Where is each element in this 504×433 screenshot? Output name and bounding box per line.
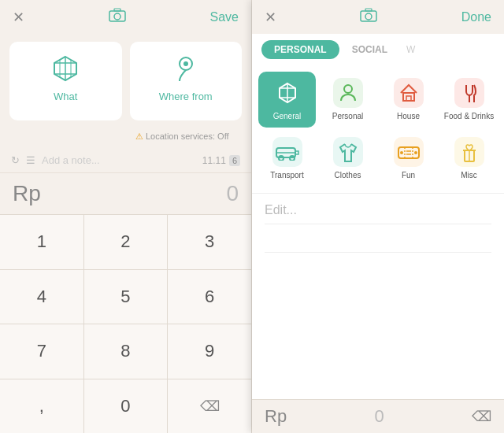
date-badge: 6 [229, 155, 240, 166]
numpad: 123456789,0⌫ [0, 214, 251, 433]
svg-rect-7 [365, 9, 372, 11]
edit-area-text: Edit... [265, 203, 491, 224]
what-icon [50, 53, 81, 84]
cat-icon-clothes [333, 137, 363, 167]
note-icon: ☰ [26, 154, 35, 166]
cat-icon-fun [394, 137, 424, 167]
tab-social[interactable]: SOCIAL [339, 40, 400, 59]
cat-item-misc[interactable]: Misc [440, 131, 498, 187]
svg-point-18 [400, 151, 403, 154]
num-key-4[interactable]: 4 [0, 270, 83, 324]
cat-item-fun[interactable]: Fun [380, 131, 437, 187]
amount-value: 0 [226, 181, 239, 206]
cat-label-personal: Personal [332, 112, 363, 121]
amount-row: Rp 0 [0, 173, 251, 214]
svg-point-8 [344, 85, 352, 93]
right-close-icon[interactable]: ✕ [265, 9, 276, 26]
right-bottom-bar: Rp 0 ⌫ [252, 399, 504, 433]
left-save-button[interactable]: Save [210, 10, 239, 24]
svg-point-19 [414, 151, 417, 154]
left-panel: ✕ Save What [0, 0, 252, 433]
cat-item-personal[interactable]: Personal [319, 72, 376, 128]
note-left: ↻ ☰ Add a note... [11, 154, 100, 166]
tab-row: PERSONAL SOCIAL W [252, 34, 504, 65]
tab-extra: W [400, 40, 421, 59]
left-camera-icon[interactable] [109, 8, 126, 26]
cat-icon-house [394, 78, 424, 108]
note-date-text: 11.11 [202, 155, 226, 166]
num-key-,[interactable]: , [0, 379, 83, 434]
num-key-8[interactable]: 8 [84, 324, 168, 379]
num-key-7[interactable]: 7 [0, 324, 83, 379]
note-row: ↻ ☰ Add a note... 11.11 6 [0, 148, 251, 173]
cat-item-general[interactable]: General [258, 72, 316, 128]
cat-icon-food [454, 78, 484, 108]
where-from-icon [170, 53, 202, 84]
note-date: 11.11 6 [202, 155, 240, 166]
what-card[interactable]: What [9, 42, 122, 120]
num-key-9[interactable]: 9 [168, 324, 251, 379]
num-key-3[interactable]: 3 [168, 215, 251, 269]
currency-label: Rp [13, 181, 41, 206]
cat-label-misc: Misc [461, 171, 477, 180]
cat-label-food: Food & Drinks [444, 112, 494, 121]
category-grid: General Personal House Food & Drinks Tra… [252, 65, 504, 193]
num-key-2[interactable]: 2 [84, 215, 168, 269]
cat-item-food[interactable]: Food & Drinks [440, 72, 498, 128]
backspace-key[interactable]: ⌫ [168, 379, 251, 434]
cat-item-clothes[interactable]: Clothes [319, 131, 376, 187]
cat-item-transport[interactable]: Transport [258, 131, 316, 187]
cat-icon-transport [272, 137, 302, 167]
refresh-icon: ↻ [11, 154, 20, 166]
right-backspace-icon[interactable]: ⌫ [472, 408, 491, 425]
num-key-1[interactable]: 1 [0, 215, 83, 269]
right-currency: Rp [265, 406, 287, 427]
num-key-0[interactable]: 0 [84, 379, 168, 434]
svg-point-4 [183, 61, 188, 66]
cat-label-transport: Transport [270, 171, 303, 180]
cat-item-house[interactable]: House [380, 72, 437, 128]
right-panel: ✕ Done PERSONAL SOCIAL W General Persona… [252, 0, 504, 433]
cat-icon-misc [454, 137, 484, 167]
right-amount: 0 [374, 406, 384, 427]
cat-label-fun: Fun [402, 171, 415, 180]
svg-rect-2 [114, 9, 120, 11]
done-button[interactable]: Done [461, 10, 491, 24]
num-key-6[interactable]: 6 [168, 270, 251, 324]
what-label: What [54, 91, 77, 102]
location-warning: ⚠Location services: Off [126, 128, 251, 148]
left-top-bar: ✕ Save [0, 0, 251, 34]
cat-label-house: House [397, 112, 420, 121]
edit-area[interactable]: Edit... [252, 193, 504, 399]
num-key-5[interactable]: 5 [84, 270, 168, 324]
right-top-bar: ✕ Done [252, 0, 504, 34]
cat-label-general: General [273, 112, 302, 121]
where-from-card[interactable]: Where from [130, 42, 243, 120]
right-camera-icon[interactable] [360, 8, 377, 26]
cat-icon-personal [333, 78, 363, 108]
where-from-label: Where from [159, 91, 213, 102]
cat-icon-general [272, 78, 302, 108]
warning-icon: ⚠ [135, 131, 143, 141]
tab-personal[interactable]: PERSONAL [261, 40, 339, 59]
left-close-icon[interactable]: ✕ [13, 9, 24, 26]
category-row: What Where from [0, 34, 251, 128]
svg-point-1 [114, 13, 120, 20]
cat-label-clothes: Clothes [335, 171, 361, 180]
svg-rect-9 [403, 93, 414, 101]
add-note-label[interactable]: Add a note... [42, 154, 100, 166]
edit-area-line2 [265, 231, 491, 253]
svg-point-6 [365, 13, 372, 20]
